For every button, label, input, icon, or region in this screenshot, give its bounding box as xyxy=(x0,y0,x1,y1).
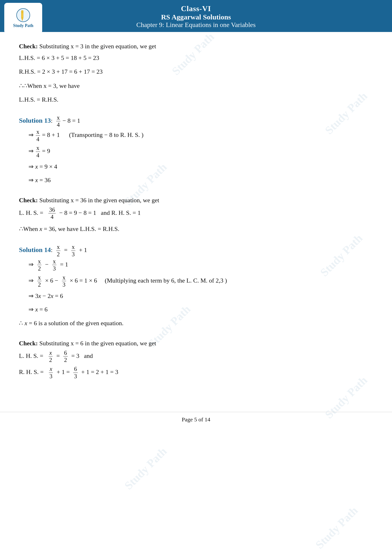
solution13-label: Solution 13 xyxy=(19,117,51,124)
header-book: RS Aggarwal Solutions xyxy=(0,13,392,21)
check1-conclusion: ∴∴When x = 3, we have xyxy=(19,79,373,92)
sol13-step1: ⇒ x4 = 8 + 1 (Transporting − 8 to R. H. … xyxy=(19,128,373,143)
page-header: Study Path Class-VI RS Aggarwal Solution… xyxy=(0,0,392,32)
check-section-1: Check: Substituting x = 3 in the given e… xyxy=(19,41,373,106)
sol14-step3: ⇒ 3x − 2x = 6 xyxy=(19,290,373,302)
logo-box: Study Path xyxy=(4,3,42,34)
page-content: Check: Substituting x = 3 in the given e… xyxy=(0,32,392,407)
logo-text: Study Path xyxy=(13,23,33,28)
solution14-label: Solution 14 xyxy=(19,246,51,253)
watermark-7: Study Path xyxy=(122,444,169,492)
solution-13-section: Solution 13: x4 − 8 = 1 ⇒ x4 = 8 + 1 (Tr… xyxy=(19,114,373,186)
sol14-frac2: x3 xyxy=(71,243,75,258)
sol14-step1: ⇒ x2 − x3 = 1 xyxy=(19,258,373,272)
check1-intro: Substituting x = 3 in the given equation… xyxy=(39,43,156,50)
check3-rhs-line: R. H. S. = x3 + 1 = 63 + 1 = 2 + 1 = 3 xyxy=(19,366,373,380)
sol13-step3: ⇒ x = 9 × 4 xyxy=(19,161,373,173)
page-number: Page 5 of 14 xyxy=(182,416,210,422)
sol14-step2: ⇒ x2 × 6 − x3 × 6 = 1 × 6 (Multiplying e… xyxy=(19,274,373,288)
watermark-8: Study Path xyxy=(313,504,360,551)
check-section-3: Check: Substituting x = 6 in the given e… xyxy=(19,338,373,380)
check1-rhs: R.H.S. = 2 × 3 + 17 = 6 + 17 = 23 xyxy=(19,66,373,77)
check3-lhs-line: L. H. S. = x2 = 62 = 3 and xyxy=(19,349,373,364)
check-label-3: Check: xyxy=(19,340,38,347)
sol14-step4: ⇒ x = 6 xyxy=(19,304,373,315)
page-footer: Page 5 of 14 xyxy=(0,412,392,429)
check1-lhs: L.H.S. = 6 × 3 + 5 = 18 + 5 = 23 xyxy=(19,52,373,64)
check2-frac: 364 xyxy=(48,206,56,221)
check2-intro: Substituting x = 36 in the given equatio… xyxy=(39,197,159,204)
sol13-step2: ⇒ x4 = 9 xyxy=(19,145,373,159)
header-class: Class-VI xyxy=(0,4,392,13)
svg-rect-1 xyxy=(21,10,23,18)
sol14-frac1: x2 xyxy=(56,243,60,258)
check1-conclusion2: L.H.S. = R.H.S. xyxy=(19,94,373,105)
check3-intro: Substituting x = 6 in the given equation… xyxy=(39,340,156,347)
sol13-step4: ⇒ x = 36 xyxy=(19,174,373,186)
check2-conclusion: ∴When x = 36, we have L.H.S. = R.H.S. xyxy=(19,222,373,235)
check-label-2: Check: xyxy=(19,197,38,204)
logo-icon xyxy=(16,8,30,22)
check-section-2: Check: Substituting x = 36 in the given … xyxy=(19,194,373,235)
check2-lhs-line: L. H. S. = 364 − 8 = 9 − 8 = 1 and R. H.… xyxy=(19,206,373,221)
sol14-conclusion: ∴ x = 6 is a solution of the given equat… xyxy=(19,317,373,329)
check-label-1: Check: Substituting x = 3 in the given e… xyxy=(19,43,156,50)
header-chapter: Chapter 9: Linear Equations in one Varia… xyxy=(0,21,392,29)
sol13-frac-x4: x4 xyxy=(56,114,60,128)
solution-14-section: Solution 14: x2 = x3 + 1 ⇒ x2 − x3 = 1 ⇒… xyxy=(19,243,373,329)
